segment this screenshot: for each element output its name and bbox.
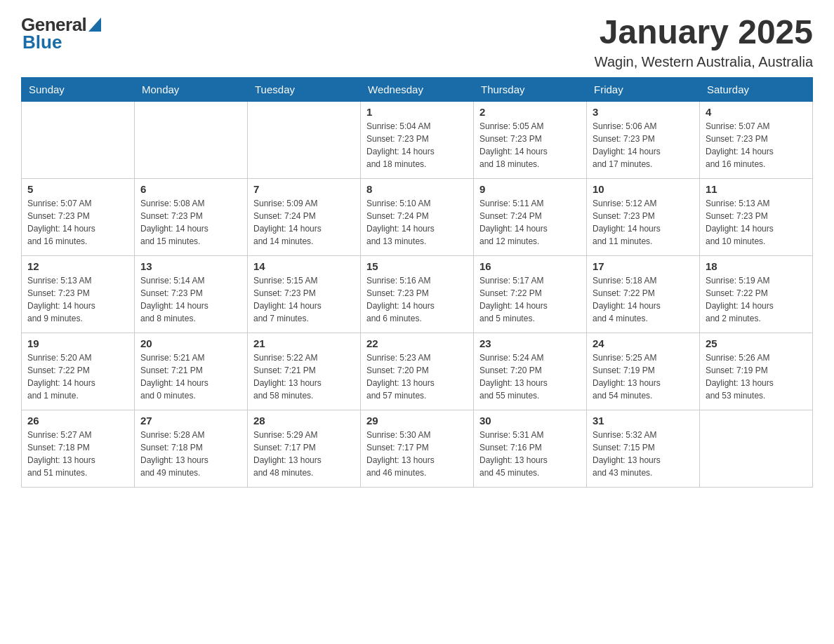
- day-number-13: 13: [140, 260, 241, 272]
- empty-cell: [248, 101, 361, 178]
- day-info-25: Sunrise: 5:26 AM Sunset: 7:19 PM Dayligh…: [706, 351, 807, 402]
- calendar-day-1: 1Sunrise: 5:04 AM Sunset: 7:23 PM Daylig…: [361, 101, 474, 178]
- logo: General Blue: [21, 14, 101, 53]
- calendar-day-5: 5Sunrise: 5:07 AM Sunset: 7:23 PM Daylig…: [22, 178, 135, 255]
- day-number-19: 19: [27, 337, 128, 349]
- day-info-24: Sunrise: 5:25 AM Sunset: 7:19 PM Dayligh…: [593, 351, 694, 402]
- calendar-header-sunday: Sunday: [22, 77, 135, 101]
- calendar-header-saturday: Saturday: [700, 77, 813, 101]
- calendar-day-23: 23Sunrise: 5:24 AM Sunset: 7:20 PM Dayli…: [474, 333, 587, 410]
- day-info-13: Sunrise: 5:14 AM Sunset: 7:23 PM Dayligh…: [140, 274, 241, 325]
- calendar-day-15: 15Sunrise: 5:16 AM Sunset: 7:23 PM Dayli…: [361, 255, 474, 333]
- day-info-2: Sunrise: 5:05 AM Sunset: 7:23 PM Dayligh…: [479, 120, 581, 170]
- day-number-25: 25: [706, 337, 807, 349]
- calendar-day-29: 29Sunrise: 5:30 AM Sunset: 7:17 PM Dayli…: [361, 410, 474, 487]
- day-info-17: Sunrise: 5:18 AM Sunset: 7:22 PM Dayligh…: [593, 274, 694, 325]
- day-info-6: Sunrise: 5:08 AM Sunset: 7:23 PM Dayligh…: [140, 197, 241, 248]
- day-number-12: 12: [27, 260, 128, 272]
- calendar-day-12: 12Sunrise: 5:13 AM Sunset: 7:23 PM Dayli…: [22, 255, 135, 333]
- day-info-8: Sunrise: 5:10 AM Sunset: 7:24 PM Dayligh…: [366, 197, 468, 248]
- day-number-24: 24: [593, 337, 694, 349]
- calendar-header-row: SundayMondayTuesdayWednesdayThursdayFrid…: [22, 77, 813, 101]
- subtitle: Wagin, Western Australia, Australia: [595, 54, 813, 70]
- calendar-day-26: 26Sunrise: 5:27 AM Sunset: 7:18 PM Dayli…: [22, 410, 135, 487]
- day-info-31: Sunrise: 5:32 AM Sunset: 7:15 PM Dayligh…: [593, 429, 694, 479]
- calendar-day-7: 7Sunrise: 5:09 AM Sunset: 7:24 PM Daylig…: [248, 178, 361, 255]
- calendar-header-tuesday: Tuesday: [248, 77, 361, 101]
- empty-cell: [700, 410, 813, 487]
- day-info-27: Sunrise: 5:28 AM Sunset: 7:18 PM Dayligh…: [140, 429, 241, 479]
- calendar-day-30: 30Sunrise: 5:31 AM Sunset: 7:16 PM Dayli…: [474, 410, 587, 487]
- day-info-23: Sunrise: 5:24 AM Sunset: 7:20 PM Dayligh…: [479, 351, 581, 402]
- day-number-7: 7: [253, 183, 355, 195]
- day-info-9: Sunrise: 5:11 AM Sunset: 7:24 PM Dayligh…: [479, 197, 581, 248]
- calendar-day-3: 3Sunrise: 5:06 AM Sunset: 7:23 PM Daylig…: [587, 101, 700, 178]
- day-number-8: 8: [366, 183, 468, 195]
- day-number-2: 2: [479, 106, 581, 118]
- calendar-day-28: 28Sunrise: 5:29 AM Sunset: 7:17 PM Dayli…: [248, 410, 361, 487]
- day-number-6: 6: [140, 183, 241, 195]
- day-info-14: Sunrise: 5:15 AM Sunset: 7:23 PM Dayligh…: [253, 274, 355, 325]
- day-info-16: Sunrise: 5:17 AM Sunset: 7:22 PM Dayligh…: [479, 274, 581, 325]
- day-number-11: 11: [706, 183, 807, 195]
- day-number-22: 22: [366, 337, 468, 349]
- empty-cell: [135, 101, 248, 178]
- day-number-5: 5: [27, 183, 128, 195]
- day-number-15: 15: [366, 260, 468, 272]
- calendar-day-4: 4Sunrise: 5:07 AM Sunset: 7:23 PM Daylig…: [700, 101, 813, 178]
- calendar-day-10: 10Sunrise: 5:12 AM Sunset: 7:23 PM Dayli…: [587, 178, 700, 255]
- day-info-20: Sunrise: 5:21 AM Sunset: 7:21 PM Dayligh…: [140, 351, 241, 402]
- day-number-14: 14: [253, 260, 355, 272]
- calendar-day-18: 18Sunrise: 5:19 AM Sunset: 7:22 PM Dayli…: [700, 255, 813, 333]
- day-info-1: Sunrise: 5:04 AM Sunset: 7:23 PM Dayligh…: [366, 120, 468, 170]
- calendar-day-31: 31Sunrise: 5:32 AM Sunset: 7:15 PM Dayli…: [587, 410, 700, 487]
- day-info-7: Sunrise: 5:09 AM Sunset: 7:24 PM Dayligh…: [253, 197, 355, 248]
- day-number-28: 28: [253, 415, 355, 427]
- calendar-day-9: 9Sunrise: 5:11 AM Sunset: 7:24 PM Daylig…: [474, 178, 587, 255]
- calendar-day-2: 2Sunrise: 5:05 AM Sunset: 7:23 PM Daylig…: [474, 101, 587, 178]
- calendar-day-21: 21Sunrise: 5:22 AM Sunset: 7:21 PM Dayli…: [248, 333, 361, 410]
- day-number-18: 18: [706, 260, 807, 272]
- calendar-header-friday: Friday: [587, 77, 700, 101]
- day-info-5: Sunrise: 5:07 AM Sunset: 7:23 PM Dayligh…: [27, 197, 128, 248]
- day-number-1: 1: [366, 106, 468, 118]
- day-number-27: 27: [140, 415, 241, 427]
- calendar-day-13: 13Sunrise: 5:14 AM Sunset: 7:23 PM Dayli…: [135, 255, 248, 333]
- day-number-29: 29: [366, 415, 468, 427]
- calendar-day-11: 11Sunrise: 5:13 AM Sunset: 7:23 PM Dayli…: [700, 178, 813, 255]
- calendar-week-row-2: 5Sunrise: 5:07 AM Sunset: 7:23 PM Daylig…: [22, 178, 813, 255]
- day-info-22: Sunrise: 5:23 AM Sunset: 7:20 PM Dayligh…: [366, 351, 468, 402]
- calendar-day-25: 25Sunrise: 5:26 AM Sunset: 7:19 PM Dayli…: [700, 333, 813, 410]
- calendar-day-8: 8Sunrise: 5:10 AM Sunset: 7:24 PM Daylig…: [361, 178, 474, 255]
- day-number-10: 10: [593, 183, 694, 195]
- day-info-4: Sunrise: 5:07 AM Sunset: 7:23 PM Dayligh…: [706, 120, 807, 170]
- day-number-17: 17: [593, 260, 694, 272]
- calendar-day-22: 22Sunrise: 5:23 AM Sunset: 7:20 PM Dayli…: [361, 333, 474, 410]
- calendar-week-row-4: 19Sunrise: 5:20 AM Sunset: 7:22 PM Dayli…: [22, 333, 813, 410]
- calendar-day-20: 20Sunrise: 5:21 AM Sunset: 7:21 PM Dayli…: [135, 333, 248, 410]
- day-info-21: Sunrise: 5:22 AM Sunset: 7:21 PM Dayligh…: [253, 351, 355, 402]
- calendar-table: SundayMondayTuesdayWednesdayThursdayFrid…: [21, 77, 813, 488]
- day-info-30: Sunrise: 5:31 AM Sunset: 7:16 PM Dayligh…: [479, 429, 581, 479]
- calendar-day-17: 17Sunrise: 5:18 AM Sunset: 7:22 PM Dayli…: [587, 255, 700, 333]
- calendar-day-19: 19Sunrise: 5:20 AM Sunset: 7:22 PM Dayli…: [22, 333, 135, 410]
- calendar-day-27: 27Sunrise: 5:28 AM Sunset: 7:18 PM Dayli…: [135, 410, 248, 487]
- day-number-26: 26: [27, 415, 128, 427]
- day-number-3: 3: [593, 106, 694, 118]
- calendar-day-16: 16Sunrise: 5:17 AM Sunset: 7:22 PM Dayli…: [474, 255, 587, 333]
- day-number-4: 4: [706, 106, 807, 118]
- calendar-day-6: 6Sunrise: 5:08 AM Sunset: 7:23 PM Daylig…: [135, 178, 248, 255]
- day-info-28: Sunrise: 5:29 AM Sunset: 7:17 PM Dayligh…: [253, 429, 355, 479]
- page-title: January 2025: [595, 14, 813, 51]
- calendar-week-row-5: 26Sunrise: 5:27 AM Sunset: 7:18 PM Dayli…: [22, 410, 813, 487]
- day-info-11: Sunrise: 5:13 AM Sunset: 7:23 PM Dayligh…: [706, 197, 807, 248]
- day-number-9: 9: [479, 183, 581, 195]
- day-info-15: Sunrise: 5:16 AM Sunset: 7:23 PM Dayligh…: [366, 274, 468, 325]
- day-number-21: 21: [253, 337, 355, 349]
- calendar-header-thursday: Thursday: [474, 77, 587, 101]
- calendar-header-monday: Monday: [135, 77, 248, 101]
- calendar-week-row-3: 12Sunrise: 5:13 AM Sunset: 7:23 PM Dayli…: [22, 255, 813, 333]
- day-info-26: Sunrise: 5:27 AM Sunset: 7:18 PM Dayligh…: [27, 429, 128, 479]
- day-info-3: Sunrise: 5:06 AM Sunset: 7:23 PM Dayligh…: [593, 120, 694, 170]
- day-number-30: 30: [479, 415, 581, 427]
